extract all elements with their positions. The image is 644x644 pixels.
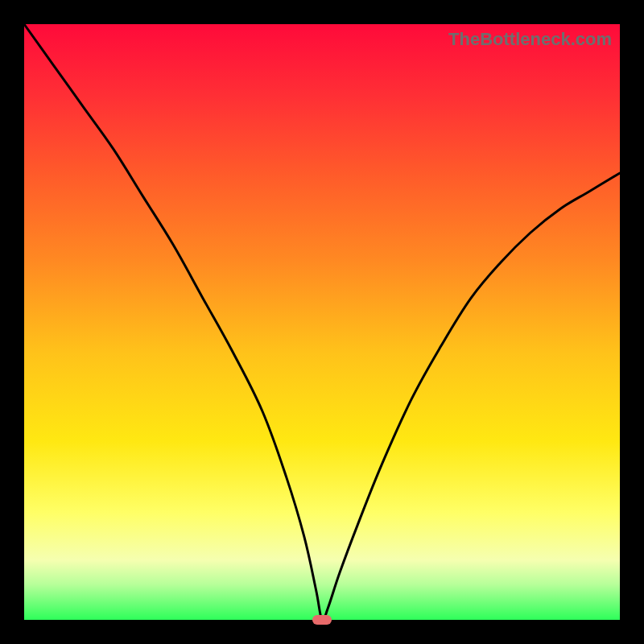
bottleneck-curve bbox=[24, 24, 620, 620]
plot-area: TheBottleneck.com bbox=[24, 24, 620, 620]
optimal-marker bbox=[312, 615, 332, 625]
chart-container: TheBottleneck.com bbox=[0, 0, 644, 644]
